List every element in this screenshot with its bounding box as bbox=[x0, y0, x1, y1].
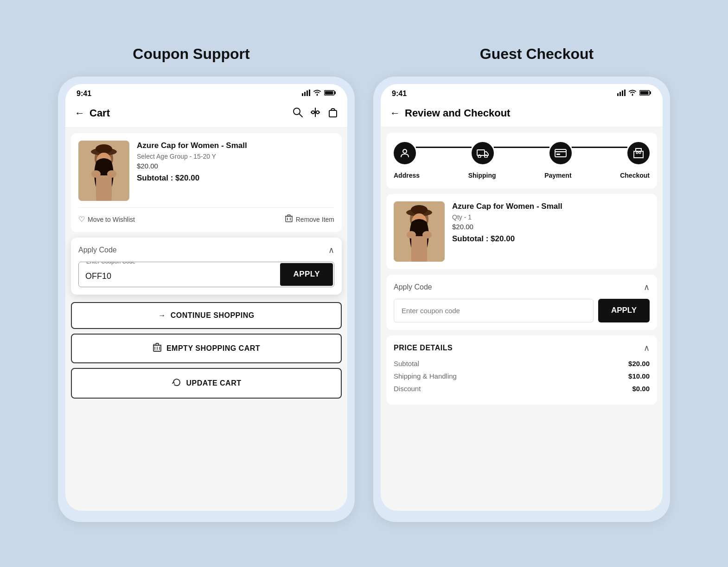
step-payment-label: Payment bbox=[544, 172, 571, 179]
discount-value: $0.00 bbox=[632, 385, 650, 393]
price-details-section: PRICE DETAILS ∧ Subtotal $20.00 Shipping… bbox=[386, 335, 657, 405]
heart-icon: ♡ bbox=[78, 215, 85, 224]
left-product-card: Azure Cap for Women - Small Select Age G… bbox=[71, 133, 342, 232]
discount-row: Discount $0.00 bbox=[394, 385, 650, 393]
price-details-header: PRICE DETAILS ∧ bbox=[394, 343, 650, 353]
coupon-input-row: Enter Coupon Code APPLY bbox=[78, 262, 334, 287]
svg-point-58 bbox=[407, 231, 416, 238]
svg-rect-57 bbox=[411, 236, 427, 262]
svg-rect-3 bbox=[309, 90, 310, 96]
svg-point-59 bbox=[422, 231, 432, 238]
apply-code-button[interactable]: APPLY bbox=[280, 263, 333, 286]
right-nav-title: Review and Checkout bbox=[405, 107, 653, 119]
right-product-qty: Qty - 1 bbox=[452, 213, 650, 221]
update-cart-button[interactable]: UPDATE CART bbox=[71, 368, 342, 399]
step-connector-2 bbox=[494, 147, 549, 148]
svg-rect-49 bbox=[556, 154, 560, 155]
left-phone-frame: 9:41 ← bbox=[58, 77, 355, 522]
step-checkout-circle bbox=[627, 142, 650, 164]
update-cart-icon bbox=[172, 377, 182, 389]
filter-icon[interactable] bbox=[310, 107, 320, 120]
bag-icon[interactable] bbox=[328, 107, 338, 120]
svg-rect-7 bbox=[325, 91, 333, 95]
continue-shopping-button[interactable]: → CONTINUE SHOPPING bbox=[71, 302, 342, 329]
right-back-button[interactable]: ← bbox=[390, 107, 400, 119]
apply-code-chevron[interactable]: ∧ bbox=[328, 245, 334, 255]
svg-point-22 bbox=[107, 170, 116, 178]
right-status-bar: 9:41 bbox=[381, 84, 663, 102]
svg-rect-36 bbox=[619, 92, 621, 96]
right-product-image bbox=[394, 201, 445, 262]
right-product-subtotal: Subtotal : $20.00 bbox=[452, 234, 650, 244]
trash-icon bbox=[285, 214, 293, 225]
step-address-circle bbox=[394, 142, 416, 164]
svg-rect-30 bbox=[156, 343, 159, 345]
left-status-time: 9:41 bbox=[77, 90, 91, 98]
subtotal-value: $20.00 bbox=[628, 360, 650, 367]
svg-point-12 bbox=[312, 111, 314, 114]
step-address-label: Address bbox=[394, 172, 420, 179]
left-back-button[interactable]: ← bbox=[75, 107, 85, 119]
svg-rect-25 bbox=[287, 215, 290, 216]
right-battery-icon bbox=[639, 90, 651, 97]
step-connector-3 bbox=[572, 147, 627, 148]
page-wrapper: Coupon Support Guest Checkout 9:41 bbox=[19, 45, 709, 522]
price-details-chevron[interactable]: ∧ bbox=[644, 343, 650, 353]
right-nav-bar: ← Review and Checkout bbox=[381, 102, 663, 127]
remove-item-button[interactable]: Remove Item bbox=[285, 214, 334, 225]
svg-rect-35 bbox=[617, 93, 619, 96]
svg-point-45 bbox=[478, 155, 481, 158]
right-product-price: $20.00 bbox=[452, 223, 650, 231]
product-details: Azure Cap for Women - Small Select Age G… bbox=[137, 141, 334, 183]
right-phone-screen: 9:41 ← bbox=[381, 84, 663, 511]
right-status-time: 9:41 bbox=[392, 90, 407, 98]
svg-point-43 bbox=[403, 149, 407, 153]
phones-row: 9:41 ← bbox=[58, 77, 670, 522]
price-details-title: PRICE DETAILS bbox=[394, 344, 453, 352]
shipping-row: Shipping & Handling $10.00 bbox=[394, 372, 650, 380]
left-nav-bar: ← Cart bbox=[65, 102, 347, 128]
product-name: Azure Cap for Women - Small bbox=[137, 141, 334, 151]
search-icon[interactable] bbox=[293, 107, 303, 120]
right-coupon-input[interactable] bbox=[394, 299, 594, 322]
right-signal-icon bbox=[617, 90, 626, 97]
steps-row bbox=[394, 142, 650, 164]
svg-rect-47 bbox=[555, 149, 566, 157]
svg-rect-37 bbox=[622, 90, 623, 96]
svg-rect-2 bbox=[307, 90, 308, 96]
guest-checkout-title: Guest Checkout bbox=[364, 45, 709, 63]
empty-cart-icon bbox=[153, 343, 162, 354]
checkout-steps: Address Shipping Payment Checkout bbox=[386, 133, 657, 188]
subtotal-row: Subtotal $20.00 bbox=[394, 360, 650, 367]
coupon-input-label: Enter Coupon Code bbox=[84, 262, 137, 265]
coupon-input-field[interactable] bbox=[80, 263, 275, 286]
wishlist-button[interactable]: ♡ Move to Wishlist bbox=[78, 215, 135, 224]
right-apply-code-title: Apply Code bbox=[394, 283, 432, 291]
right-product-row: Azure Cap for Women - Small Qty - 1 $20.… bbox=[394, 201, 650, 262]
right-apply-code-chevron[interactable]: ∧ bbox=[644, 282, 650, 292]
right-apply-code-section: Apply Code ∧ APPLY bbox=[386, 275, 657, 330]
titles-row: Coupon Support Guest Checkout bbox=[19, 45, 709, 63]
empty-cart-button[interactable]: EMPTY SHOPPING CART bbox=[71, 334, 342, 363]
step-payment-circle bbox=[549, 142, 572, 164]
product-row: Azure Cap for Women - Small Select Age G… bbox=[78, 141, 334, 201]
right-product-name: Azure Cap for Women - Small bbox=[452, 201, 650, 212]
bottom-buttons: → CONTINUE SHOPPING EMPTY SHOPPING CART bbox=[65, 300, 347, 406]
step-address bbox=[394, 142, 416, 164]
svg-point-51 bbox=[639, 152, 641, 154]
right-phone-frame: 9:41 ← bbox=[373, 77, 670, 522]
left-status-icons bbox=[302, 90, 336, 97]
product-actions: ♡ Move to Wishlist Remove Item bbox=[78, 207, 334, 225]
svg-point-21 bbox=[91, 170, 101, 178]
right-product-details: Azure Cap for Women - Small Qty - 1 $20.… bbox=[452, 201, 650, 244]
apply-code-header: Apply Code ∧ bbox=[78, 245, 334, 255]
apply-code-title: Apply Code bbox=[78, 246, 117, 254]
svg-rect-14 bbox=[329, 110, 337, 117]
right-apply-button[interactable]: APPLY bbox=[598, 299, 650, 322]
right-wifi-icon bbox=[628, 90, 637, 97]
svg-point-50 bbox=[636, 152, 638, 154]
subtotal-label: Subtotal bbox=[394, 360, 419, 367]
svg-point-39 bbox=[632, 95, 633, 96]
arrow-right-icon: → bbox=[158, 311, 166, 320]
discount-label: Discount bbox=[394, 385, 421, 393]
